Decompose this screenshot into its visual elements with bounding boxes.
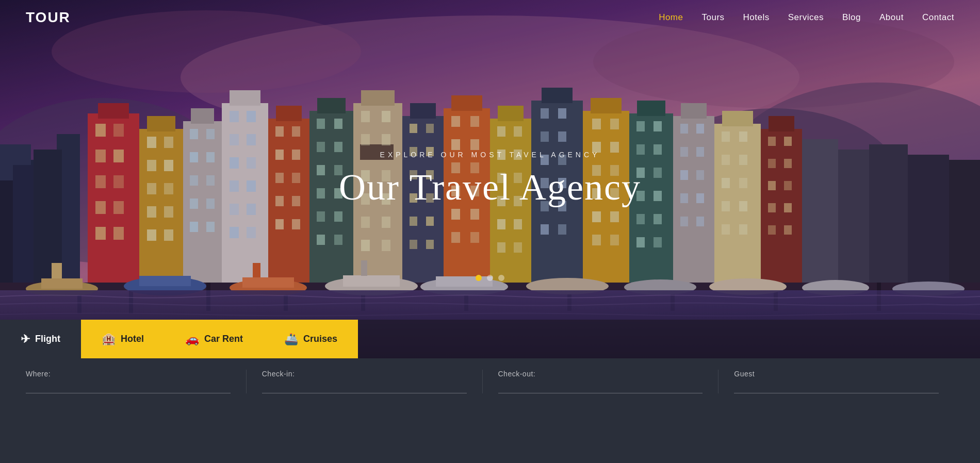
nav-blog[interactable]: Blog [842, 12, 861, 23]
tab-car-rent[interactable]: 🚗 Car Rent [165, 320, 264, 358]
nav-tours[interactable]: Tours [701, 12, 724, 23]
booking-guest-label: Guest [734, 370, 939, 378]
nav-contact[interactable]: Contact [922, 12, 954, 23]
tab-cruises[interactable]: 🚢 Cruises [264, 320, 358, 358]
booking-where-input[interactable] [26, 380, 231, 393]
car-icon: 🚗 [185, 333, 199, 346]
hero-text-block: EXPLORE OUR MOST TAVEL AGENCY Our Travel… [339, 151, 641, 208]
hero-title: Our Travel Agency [339, 167, 641, 208]
booking-bar: Where: Check-in: Check-out: Guest [0, 358, 980, 405]
booking-checkout-input[interactable] [498, 380, 703, 393]
booking-checkin: Check-in: [247, 370, 483, 393]
tab-flight-label: Flight [35, 334, 60, 344]
booking-checkin-input[interactable] [262, 380, 467, 393]
slider-dot-2[interactable] [487, 275, 493, 281]
tab-hotel-label: Hotel [121, 334, 144, 344]
tab-hotel[interactable]: 🏨 Hotel [81, 320, 165, 358]
nav-hotels[interactable]: Hotels [743, 12, 770, 23]
tab-car-label: Car Rent [204, 334, 243, 344]
site-header: TOUR Home Tours Hotels Services Blog Abo… [0, 0, 980, 35]
booking-where: Where: [26, 370, 247, 393]
slider-dot-1[interactable] [476, 275, 482, 281]
hero-section: EXPLORE OUR MOST TAVEL AGENCY Our Travel… [0, 0, 980, 358]
booking-checkin-label: Check-in: [262, 370, 467, 378]
flight-icon: ✈ [21, 333, 30, 346]
cruise-icon: 🚢 [284, 333, 298, 346]
slider-dots [476, 275, 504, 281]
nav-about[interactable]: About [879, 12, 904, 23]
booking-guest: Guest [718, 370, 954, 393]
booking-checkout: Check-out: [483, 370, 719, 393]
hotel-icon: 🏨 [102, 333, 116, 346]
main-nav: Home Tours Hotels Services Blog About Co… [659, 12, 954, 23]
nav-home[interactable]: Home [659, 12, 683, 23]
booking-where-label: Where: [26, 370, 231, 378]
booking-guest-input[interactable] [734, 380, 939, 393]
tab-flight[interactable]: ✈ Flight [0, 320, 81, 358]
slider-dot-3[interactable] [498, 275, 504, 281]
nav-services[interactable]: Services [788, 12, 824, 23]
booking-tabs: ✈ Flight 🏨 Hotel 🚗 Car Rent 🚢 Cruises [0, 320, 980, 358]
booking-checkout-label: Check-out: [498, 370, 703, 378]
tab-cruises-label: Cruises [303, 334, 337, 344]
hero-subtitle: EXPLORE OUR MOST TAVEL AGENCY [339, 151, 641, 159]
site-logo[interactable]: TOUR [26, 9, 71, 26]
